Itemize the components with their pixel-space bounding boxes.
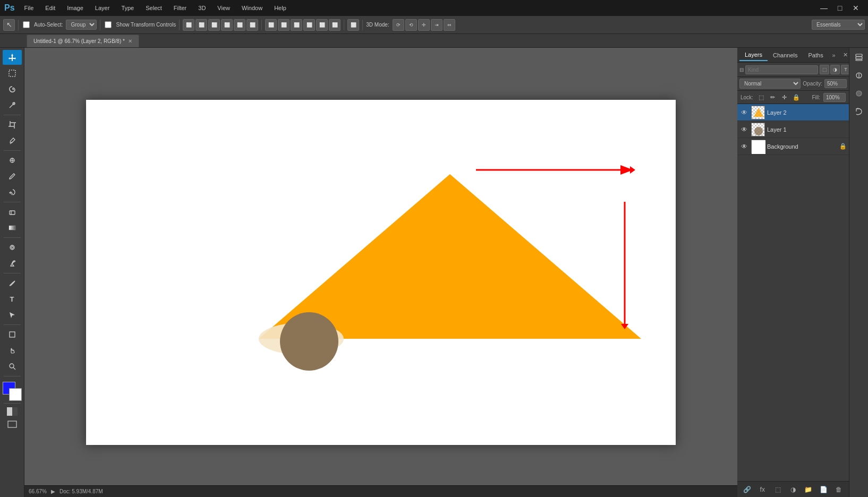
healing-tool[interactable] (3, 153, 22, 168)
document-tab[interactable]: Untitled-1 @ 66.7% (Layer 2, RGB/8) * ✕ (27, 35, 139, 47)
clone-tool[interactable] (3, 185, 22, 200)
layer-effects-btn[interactable]: fx (756, 484, 768, 495)
distribute-2[interactable]: ⬜ (278, 19, 290, 31)
menu-help[interactable]: Help (270, 3, 291, 13)
menu-type[interactable]: Type (117, 3, 138, 13)
lock-position[interactable]: ✛ (780, 92, 789, 102)
distribute-3[interactable]: ⬜ (291, 19, 302, 31)
new-group-btn[interactable]: 📁 (803, 484, 814, 495)
doc-arrow[interactable]: ▶ (51, 489, 55, 494)
filter-pixel[interactable]: ⬚ (820, 65, 829, 74)
layer1-visibility-toggle[interactable]: 👁 (739, 125, 749, 134)
adjustment-layer-btn[interactable]: ◑ (787, 484, 799, 495)
transform-align-center-v[interactable]: ⬜ (234, 19, 245, 31)
filter-adjustment[interactable]: ◑ (830, 65, 840, 74)
quick-mask-btn[interactable] (4, 406, 21, 417)
minimize-button[interactable]: — (816, 0, 832, 16)
distribute-6[interactable]: ⬜ (329, 19, 341, 31)
menu-filter[interactable]: Filter (169, 3, 191, 13)
pen-tool[interactable] (3, 276, 22, 290)
layers-blend-row: Normal Opacity: (737, 77, 849, 91)
move-tool[interactable] (3, 50, 22, 65)
new-layer-btn[interactable]: 📄 (818, 484, 830, 495)
layers-panel-menu[interactable]: » (829, 50, 839, 61)
3d-tumble[interactable]: ⟲ (405, 19, 417, 31)
magic-wand-tool[interactable] (3, 98, 22, 113)
dodge-tool[interactable] (3, 256, 22, 271)
crop-tool[interactable] (3, 117, 22, 132)
maximize-button[interactable]: □ (832, 0, 848, 16)
show-transform-checkbox[interactable] (105, 21, 112, 28)
svg-rect-25 (8, 421, 16, 427)
background-color[interactable] (9, 388, 22, 401)
3d-pan[interactable]: ✛ (418, 19, 430, 31)
eyedropper-tool[interactable] (3, 133, 22, 148)
layer-item-layer1[interactable]: 👁 Layer 1 (737, 121, 849, 138)
3d-rotate[interactable]: ⟳ (393, 19, 404, 31)
layer-item-background[interactable]: 👁 Background 🔒 (737, 138, 849, 155)
show-transform-label: Show Transform Controls (116, 22, 176, 28)
right-icon-styles[interactable] (852, 86, 866, 101)
menu-select[interactable]: Select (141, 3, 166, 13)
blend-mode-select[interactable]: Normal (739, 79, 801, 89)
svg-rect-24 (12, 407, 18, 416)
gradient-tool[interactable] (3, 220, 22, 235)
distribute-5[interactable]: ⬜ (316, 19, 328, 31)
blur-tool[interactable] (3, 240, 22, 255)
path-select-tool[interactable] (3, 307, 22, 322)
transform-align-top[interactable]: ⬜ (221, 19, 233, 31)
layers-search-input[interactable] (745, 65, 818, 74)
menu-window[interactable]: Window (237, 3, 267, 13)
right-icon-history[interactable] (852, 104, 866, 119)
tab-layers[interactable]: Layers (739, 49, 768, 61)
menu-image[interactable]: Image (63, 3, 88, 13)
3d-slide[interactable]: ⇥ (431, 19, 442, 31)
right-icon-layers[interactable] (852, 50, 866, 65)
tab-channels[interactable]: Channels (768, 50, 803, 61)
menu-3d[interactable]: 3D (194, 3, 210, 13)
shape-tool[interactable] (3, 327, 22, 342)
marquee-tool[interactable] (3, 66, 22, 81)
brush-tool[interactable] (3, 169, 22, 184)
auto-select-dropdown[interactable]: Group (66, 20, 97, 30)
distribute-spacing[interactable]: ⬜ (347, 19, 359, 31)
lasso-tool[interactable] (3, 82, 22, 97)
distribute-4[interactable]: ⬜ (303, 19, 315, 31)
essentials-dropdown[interactable]: Essentials (812, 20, 865, 30)
layer-item-layer2[interactable]: 👁 Layer 2 (737, 104, 849, 121)
distribute-1[interactable]: ⬜ (265, 19, 277, 31)
close-button[interactable]: ✕ (848, 0, 864, 16)
menu-view[interactable]: View (213, 3, 234, 13)
transform-align-center-h[interactable]: ⬜ (195, 19, 207, 31)
hand-tool[interactable] (3, 343, 22, 358)
tab-paths[interactable]: Paths (803, 50, 829, 61)
right-icon-adjustments[interactable] (852, 68, 866, 83)
svg-rect-15 (9, 226, 15, 230)
layer2-visibility-toggle[interactable]: 👁 (739, 108, 749, 117)
background-visibility-toggle[interactable]: 👁 (739, 142, 749, 151)
menu-layer[interactable]: Layer (91, 3, 114, 13)
3d-scale[interactable]: ⇔ (444, 19, 455, 31)
main-area: T (0, 48, 868, 497)
lock-all[interactable]: 🔒 (792, 92, 801, 102)
layers-list: 👁 Layer 2 👁 (737, 104, 849, 481)
transform-align-bottom[interactable]: ⬜ (246, 19, 258, 31)
zoom-tool[interactable] (3, 359, 22, 374)
link-layers-btn[interactable]: 🔗 (741, 484, 753, 495)
auto-select-checkbox[interactable] (23, 21, 30, 28)
transform-align-right[interactable]: ⬜ (208, 19, 220, 31)
screen-mode-btn[interactable] (4, 418, 21, 430)
opacity-input[interactable] (824, 79, 847, 88)
delete-layer-btn[interactable]: 🗑 (833, 484, 845, 495)
menu-edit[interactable]: Edit (41, 3, 59, 13)
doc-tab-close[interactable]: ✕ (128, 38, 132, 44)
eraser-tool[interactable] (3, 204, 22, 219)
lock-transparent-pixels[interactable]: ⬚ (756, 92, 766, 102)
fill-input[interactable] (823, 93, 846, 102)
layer1-thumbnail (751, 123, 765, 136)
transform-align-left[interactable]: ⬜ (183, 19, 194, 31)
layer-mask-btn[interactable]: ⬚ (772, 484, 784, 495)
menu-file[interactable]: File (20, 3, 38, 13)
lock-image-pixels[interactable]: ✏ (768, 92, 778, 102)
text-tool[interactable]: T (3, 292, 22, 306)
